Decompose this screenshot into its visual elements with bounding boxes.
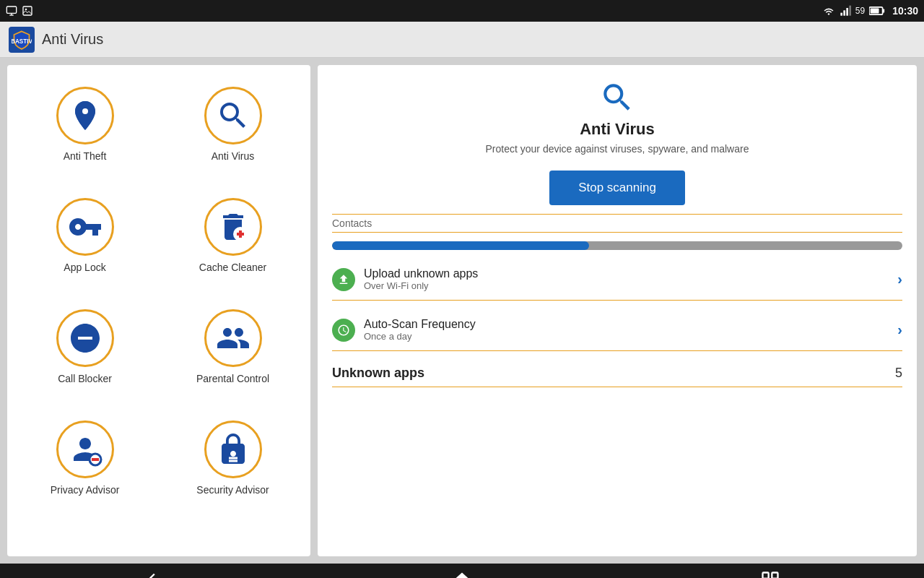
scan-progress-fill xyxy=(332,241,589,250)
svg-rect-0 xyxy=(6,7,16,13)
back-button[interactable] xyxy=(129,564,178,578)
recents-button[interactable] xyxy=(746,564,795,578)
app-lock-label: App Lock xyxy=(64,262,105,273)
anti-theft-label: Anti Theft xyxy=(64,150,107,162)
left-panel: Anti Theft Anti Virus App Lock xyxy=(7,65,310,556)
anti-virus-label: Anti Virus xyxy=(212,150,255,162)
trash-icon xyxy=(216,210,250,244)
scan-section-label: Contacts xyxy=(332,214,902,233)
upload-unknown-apps-row[interactable]: Upload unknown apps Over Wi-Fi only › xyxy=(332,259,902,301)
menu-item-parental-control[interactable]: Parental Control xyxy=(162,295,303,399)
status-right-icons: 59 10:30 xyxy=(822,5,918,17)
title-bar: BASTIV Anti Virus xyxy=(0,22,924,58)
auto-scan-title: Auto-Scan Frequency xyxy=(364,318,897,331)
status-left-icons xyxy=(6,5,33,17)
svg-rect-8 xyxy=(849,6,851,16)
menu-item-anti-virus[interactable]: Anti Virus xyxy=(162,72,303,176)
menu-item-call-blocker[interactable]: Call Blocker xyxy=(14,295,155,399)
app-logo: BASTIV xyxy=(9,27,35,53)
antivirus-title: Anti Virus xyxy=(580,120,655,139)
menu-item-security-advisor[interactable]: Security Advisor xyxy=(162,406,303,510)
antivirus-header: Anti Virus Protect your device against v… xyxy=(332,79,902,162)
svg-rect-10 xyxy=(883,9,885,12)
unknown-apps-count: 5 xyxy=(895,366,902,381)
battery-icon xyxy=(869,6,885,16)
people-icon xyxy=(216,321,250,355)
menu-item-cache-cleaner[interactable]: Cache Cleaner xyxy=(162,184,303,288)
upload-icon xyxy=(337,273,350,286)
upload-apps-subtitle: Over Wi-Fi only xyxy=(364,280,897,291)
key-icon xyxy=(68,210,103,244)
svg-rect-6 xyxy=(843,10,845,15)
main-content: Anti Theft Anti Virus App Lock xyxy=(0,58,924,564)
upload-apps-chevron: › xyxy=(897,271,902,288)
wifi-icon xyxy=(822,5,835,17)
person-minus-icon xyxy=(68,432,103,467)
svg-point-14 xyxy=(82,108,88,114)
call-blocker-label: Call Blocker xyxy=(58,373,112,384)
clock-icon xyxy=(337,324,350,337)
svg-rect-5 xyxy=(840,13,842,16)
auto-scan-chevron: › xyxy=(897,322,902,338)
scan-progress-bar xyxy=(332,241,902,250)
svg-text:BASTIV: BASTIV xyxy=(12,38,32,44)
block-icon xyxy=(68,321,103,355)
svg-rect-7 xyxy=(846,8,848,16)
recents-icon xyxy=(760,570,780,578)
signal-icon xyxy=(840,5,851,17)
unknown-apps-label: Unknown apps xyxy=(332,366,424,381)
right-panel: Anti Virus Protect your device against v… xyxy=(318,65,917,556)
antivirus-description: Protect your device against viruses, spy… xyxy=(486,143,749,155)
notification-icon xyxy=(6,5,17,17)
battery-percent: 59 xyxy=(855,6,865,16)
svg-rect-11 xyxy=(871,9,879,14)
parental-control-label: Parental Control xyxy=(196,373,269,384)
clock: 10:30 xyxy=(892,5,918,17)
svg-point-4 xyxy=(25,9,27,11)
antivirus-icon xyxy=(599,79,635,116)
unknown-apps-row: Unknown apps 5 xyxy=(332,360,902,387)
back-icon xyxy=(144,570,164,578)
home-button[interactable] xyxy=(437,564,487,578)
privacy-advisor-label: Privacy Advisor xyxy=(51,484,120,496)
security-advisor-label: Security Advisor xyxy=(196,484,269,496)
menu-item-app-lock[interactable]: App Lock xyxy=(14,184,155,288)
search-magnify-icon xyxy=(216,98,250,133)
home-icon xyxy=(452,570,472,578)
photo-icon xyxy=(22,5,33,17)
cache-cleaner-label: Cache Cleaner xyxy=(199,262,266,273)
bottom-nav xyxy=(0,564,924,578)
stop-scanning-button[interactable]: Stop scanning xyxy=(549,171,685,205)
status-bar: 59 10:30 xyxy=(0,0,924,22)
menu-item-anti-theft[interactable]: Anti Theft xyxy=(14,72,155,176)
stop-scan-container: Stop scanning xyxy=(332,171,902,205)
auto-scan-subtitle: Once a day xyxy=(364,331,897,342)
svg-rect-23 xyxy=(772,573,777,579)
svg-rect-3 xyxy=(23,7,32,15)
upload-apps-title: Upload unknown apps xyxy=(364,267,897,280)
auto-scan-row[interactable]: Auto-Scan Frequency Once a day › xyxy=(332,309,902,351)
menu-item-privacy-advisor[interactable]: Privacy Advisor xyxy=(14,406,155,510)
lock-icon xyxy=(216,432,250,467)
location-pin-icon xyxy=(68,98,103,133)
svg-rect-22 xyxy=(762,573,768,579)
app-title: Anti Virus xyxy=(42,31,103,48)
